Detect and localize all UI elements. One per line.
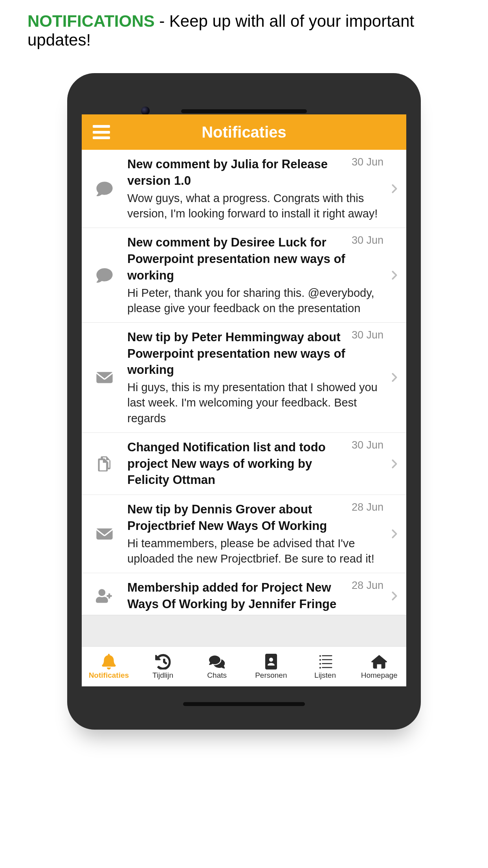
chevron-right-icon (391, 528, 398, 540)
tab-personen[interactable]: Personen (244, 647, 298, 686)
notification-date: 28 Jun (352, 501, 383, 513)
chevron-right-icon (391, 269, 398, 281)
notification-row[interactable]: Changed Notification list and todo proje… (82, 433, 406, 495)
tab-label: Homepage (361, 671, 398, 680)
tab-label: Lijsten (314, 671, 336, 680)
chevron-right-icon (391, 371, 398, 383)
tab-label: Chats (207, 671, 227, 680)
app-screen: Notificaties New comment by Julia for Re… (82, 114, 406, 686)
home-icon (371, 654, 387, 669)
files-icon (82, 433, 127, 495)
chats-icon (209, 654, 225, 669)
app-bar-title: Notificaties (82, 123, 406, 141)
camera-dot (141, 107, 150, 115)
notification-date: 30 Jun (352, 234, 383, 246)
tab-notificaties[interactable]: Notificaties (82, 647, 136, 686)
header-highlight: NOTIFICATIONS (28, 12, 155, 30)
notification-row[interactable]: New comment by Julia for Release version… (82, 150, 406, 228)
bell-icon (101, 654, 117, 669)
chevron-right-icon (391, 458, 398, 470)
notification-row[interactable]: Membership added for Project New Ways Of… (82, 573, 406, 615)
history-icon (155, 654, 171, 669)
notification-date: 30 Jun (352, 156, 383, 168)
tab-label: Notificaties (89, 671, 129, 680)
notification-row[interactable]: New comment by Desiree Luck for Powerpoi… (82, 228, 406, 323)
notification-row[interactable]: New tip by Dennis Grover about Projectbr… (82, 495, 406, 573)
notification-date: 30 Jun (352, 439, 383, 451)
notification-list: New comment by Julia for Release version… (82, 150, 406, 615)
useradd-icon (82, 573, 127, 615)
phone-frame: Notificaties New comment by Julia for Re… (67, 73, 421, 730)
notification-message: Hi teammembers, please be advised that I… (127, 536, 402, 566)
app-bar: Notificaties (82, 114, 406, 150)
tab-tijdlijn[interactable]: Tijdlijn (136, 647, 190, 686)
notification-message: Hi Peter, thank you for sharing this. @e… (127, 285, 402, 316)
notification-message: Wow guys, what a progress. Congrats with… (127, 191, 402, 221)
chevron-right-icon (391, 590, 398, 602)
envelope-icon (82, 495, 127, 573)
tab-label: Tijdlijn (152, 671, 173, 680)
notification-date: 30 Jun (352, 329, 383, 341)
chevron-right-icon (391, 183, 398, 195)
notification-date: 28 Jun (352, 579, 383, 592)
marketing-header: NOTIFICATIONS - Keep up with all of your… (0, 0, 488, 61)
envelope-icon (82, 323, 127, 432)
menu-button[interactable] (93, 125, 110, 139)
tab-bar: Notificaties Tijdlijn Chats Personen Lij… (82, 646, 406, 686)
list-footer-gap (82, 615, 406, 646)
notification-message: Hi guys, this is my presentation that I … (127, 380, 402, 426)
hamburger-icon (93, 125, 110, 128)
tab-homepage[interactable]: Homepage (352, 647, 406, 686)
tab-lijsten[interactable]: Lijsten (298, 647, 352, 686)
comment-icon (82, 150, 127, 228)
list-icon (317, 654, 333, 669)
notification-row[interactable]: New tip by Peter Hemmingway about Powerp… (82, 323, 406, 433)
comment-icon (82, 228, 127, 322)
personen-icon (263, 654, 279, 669)
tab-chats[interactable]: Chats (190, 647, 244, 686)
tab-label: Personen (255, 671, 287, 680)
